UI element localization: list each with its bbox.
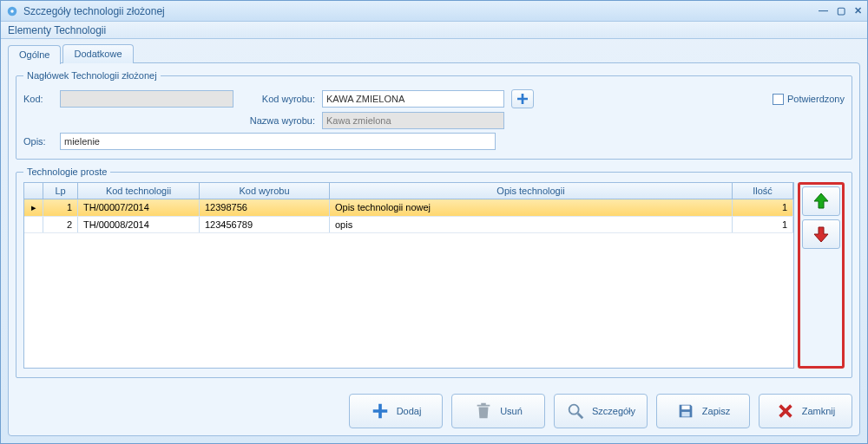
trash-icon xyxy=(474,402,493,421)
dodaj-button[interactable]: Dodaj xyxy=(349,394,443,428)
footer-toolbar: Dodaj Usuń Szczegóły Zapisz Zamknij xyxy=(16,385,852,428)
col-ilosc[interactable]: Ilość xyxy=(733,183,793,199)
checkbox-icon xyxy=(773,94,784,105)
zamknij-button[interactable]: Zamknij xyxy=(759,394,852,428)
app-window: Szczegóły technologii złożonej — ▢ ✕ Ele… xyxy=(0,0,868,444)
header-legend: Nagłówek Technologii złożonej xyxy=(23,70,161,81)
potwierdzony-checkbox[interactable]: Potwierdzony xyxy=(773,94,845,105)
usun-button[interactable]: Usuń xyxy=(451,394,545,428)
grid-body: ▸1TH/00007/201412398756Opis technologii … xyxy=(24,199,793,233)
col-kodwyr[interactable]: Kod wyrobu xyxy=(200,183,330,199)
svg-rect-3 xyxy=(681,406,689,410)
svg-point-2 xyxy=(569,405,579,415)
tab-additional[interactable]: Dodatkowe xyxy=(62,44,133,63)
reorder-panel xyxy=(798,182,845,369)
header-fieldset: Nagłówek Technologii złożonej Kod: Kod w… xyxy=(16,70,852,160)
maximize-button[interactable]: ▢ xyxy=(837,5,845,16)
window-title: Szczegóły technologii złożonej xyxy=(23,5,819,17)
move-up-button[interactable] xyxy=(802,186,840,216)
cell-lp: 1 xyxy=(43,199,78,216)
tab-general[interactable]: Ogólne xyxy=(8,45,61,64)
cell-opis: Opis technologii nowej xyxy=(330,199,733,216)
cell-kodtech: TH/00008/2014 xyxy=(78,217,200,232)
kod-wyrobu-input[interactable] xyxy=(322,90,504,108)
svg-point-1 xyxy=(10,10,14,13)
close-icon xyxy=(776,402,795,421)
move-down-button[interactable] xyxy=(802,219,840,249)
col-opis[interactable]: Opis technologii xyxy=(330,183,733,199)
tabstrip: Ogólne Dodatkowe xyxy=(8,44,860,63)
technologie-legend: Technologie proste xyxy=(23,166,110,177)
cell-kodtech: TH/00007/2014 xyxy=(78,199,200,216)
titlebar: Szczegóły technologii złożonej — ▢ ✕ xyxy=(1,1,867,22)
kod-label: Kod: xyxy=(23,94,53,104)
window-controls: — ▢ ✕ xyxy=(819,5,862,16)
nazwa-wyrobu-input xyxy=(322,112,504,129)
plus-icon xyxy=(516,92,529,106)
cell-opis: opis xyxy=(330,217,733,232)
close-button[interactable]: ✕ xyxy=(854,5,862,16)
cell-ilosc: 1 xyxy=(733,217,793,232)
plus-icon xyxy=(371,402,390,421)
minimize-button[interactable]: — xyxy=(819,5,828,16)
add-product-button[interactable] xyxy=(511,89,534,108)
szczegoly-button[interactable]: Szczegóły xyxy=(554,394,648,428)
cell-kodwyr: 123456789 xyxy=(200,217,330,232)
kod-input xyxy=(60,90,233,108)
nazwa-wyrobu-label: Nazwa wyrobu: xyxy=(240,115,315,126)
section-header: Elementy Technologii xyxy=(1,22,867,39)
cell-kodwyr: 12398756 xyxy=(200,199,330,216)
grid-header: Lp Kod technologii Kod wyrobu Opis techn… xyxy=(24,183,793,199)
col-lp[interactable]: Lp xyxy=(43,183,78,199)
save-icon xyxy=(676,402,695,421)
body: Ogólne Dodatkowe Nagłówek Technologii zł… xyxy=(1,39,867,443)
row-marker: ▸ xyxy=(24,199,43,216)
kod-wyrobu-label: Kod wyrobu: xyxy=(240,94,315,104)
opis-label: Opis: xyxy=(23,136,53,147)
arrow-down-icon xyxy=(811,224,832,245)
technologie-fieldset: Technologie proste Lp Kod technologii Ko… xyxy=(16,166,852,378)
table-row[interactable]: ▸1TH/00007/201412398756Opis technologii … xyxy=(24,199,793,217)
opis-input[interactable] xyxy=(60,133,496,150)
zapisz-button[interactable]: Zapisz xyxy=(656,394,750,428)
app-icon xyxy=(6,5,18,17)
arrow-up-icon xyxy=(811,191,832,212)
col-kodtech[interactable]: Kod technologii xyxy=(78,183,200,199)
table-row[interactable]: 2TH/00008/2014123456789opis1 xyxy=(24,217,793,233)
cell-ilosc: 1 xyxy=(733,199,793,216)
svg-rect-4 xyxy=(681,412,689,417)
magnifier-icon xyxy=(566,402,585,421)
technologie-grid[interactable]: Lp Kod technologii Kod wyrobu Opis techn… xyxy=(23,182,794,369)
row-marker xyxy=(24,217,43,232)
tab-panel: Nagłówek Technologii złożonej Kod: Kod w… xyxy=(8,62,860,436)
cell-lp: 2 xyxy=(43,217,78,232)
potwierdzony-label: Potwierdzony xyxy=(787,94,845,104)
